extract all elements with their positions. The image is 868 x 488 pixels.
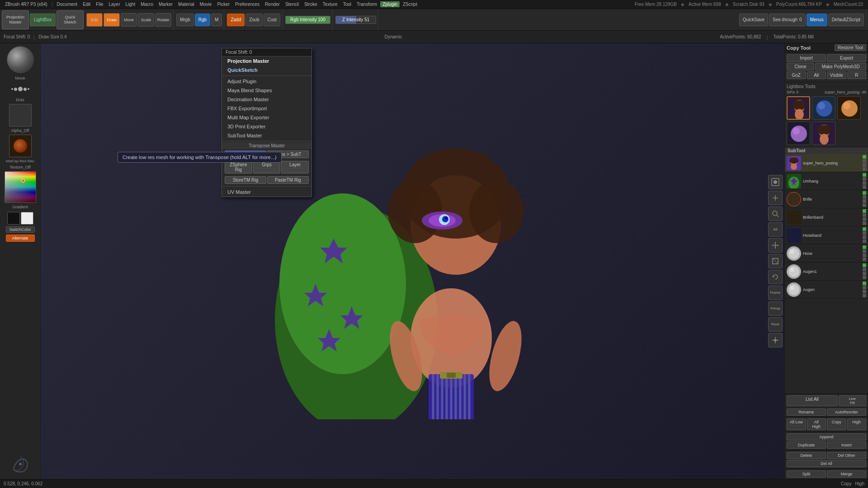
duplicate-button[interactable]: Duplicate	[787, 441, 826, 449]
menu-document[interactable]: Document	[55, 1, 80, 7]
draw-button[interactable]: Draw	[104, 13, 120, 27]
scale-side-button[interactable]	[768, 254, 783, 268]
del-all-button[interactable]: Del All	[787, 460, 866, 467]
menu-zplugin[interactable]: Zplugin	[380, 1, 400, 7]
floor-button[interactable]: Floor	[768, 317, 783, 332]
see-through-button[interactable]: See-through 0	[769, 14, 806, 26]
restore-tool-button[interactable]: Restore Tool	[835, 44, 866, 51]
edit-button[interactable]: Edit	[86, 13, 103, 27]
zoom-button[interactable]	[768, 206, 783, 221]
plugin-quick-sketch[interactable]: QuickSketch	[222, 66, 311, 75]
menu-tool[interactable]: Tool	[341, 1, 354, 7]
menu-texture[interactable]: Texture	[321, 1, 340, 7]
zadd-button[interactable]: Zadd	[227, 14, 245, 26]
merge-button[interactable]: Merge	[827, 470, 866, 478]
lightbox-side-button[interactable]	[768, 175, 783, 189]
subtool-item-hose[interactable]: Hose	[785, 244, 868, 263]
plugin-fbx-export[interactable]: FBX ExportImport	[222, 104, 311, 113]
copy-right-button[interactable]: Copy	[827, 418, 846, 430]
brush-thumb-alpha[interactable]	[812, 96, 835, 120]
lightbox-button[interactable]: LightBox	[30, 14, 56, 26]
all-low-button[interactable]: All Low	[787, 418, 806, 430]
plugin-decimation-master[interactable]: Decimation Master	[222, 95, 311, 104]
tpose-subt-button[interactable]: TPos > SubT	[267, 150, 309, 158]
zsub-button[interactable]: Zsub	[245, 14, 263, 26]
subtool-item-brille[interactable]: Brille	[785, 190, 868, 208]
plugin-3d-print[interactable]: 3D Print Exporter	[222, 122, 311, 131]
subtool-item-augen[interactable]: Augen	[785, 281, 868, 299]
persp-button[interactable]: Persp	[768, 301, 783, 316]
subtool-item-brillenband[interactable]: Brillenband	[785, 208, 868, 226]
plugin-multi-map-exporter[interactable]: Multi Map Exporter	[222, 113, 311, 122]
menu-zbrush[interactable]: ZBrush 4R7 P3 (x64)	[3, 1, 50, 7]
rotate-button[interactable]: Rotate	[155, 13, 171, 27]
quick-sketch-button[interactable]: QuickSketch	[57, 10, 84, 29]
list-all-button[interactable]: List All	[787, 395, 838, 406]
snap-button[interactable]	[768, 333, 783, 347]
export-button[interactable]: Export	[827, 54, 866, 62]
plugin-maya-blend-shapes[interactable]: Maya Blend Shapes	[222, 86, 311, 95]
rename-button[interactable]: Rename	[787, 408, 826, 416]
all-button-right[interactable]: All	[807, 71, 826, 79]
z-intensity-slider[interactable]: Z Intensity 51	[335, 16, 376, 24]
del-other-button[interactable]: Del Other	[827, 452, 866, 459]
menu-render[interactable]: Render	[263, 1, 282, 7]
menu-marker[interactable]: Marker	[156, 1, 175, 7]
menu-movie[interactable]: Movie	[198, 1, 214, 7]
brush-thumb-hero2[interactable]	[812, 122, 835, 145]
color-picker[interactable]	[5, 171, 36, 203]
high-button[interactable]: High	[847, 418, 867, 430]
m-button[interactable]: M	[211, 14, 222, 26]
menu-material[interactable]: Material	[176, 1, 197, 7]
append-button[interactable]: Append	[787, 433, 866, 441]
zsphere-rig-button[interactable]: ZSphere Rig	[225, 161, 252, 174]
menu-stencil[interactable]: Stencil	[283, 1, 301, 7]
import-button[interactable]: Import	[787, 54, 826, 62]
r-button[interactable]: R	[847, 71, 867, 79]
subtool-item-augen1[interactable]: Augen1	[785, 263, 868, 281]
layer-button[interactable]: Layer	[281, 161, 309, 174]
plugin-projection-master[interactable]: Projection Master	[222, 56, 311, 66]
scroll-button[interactable]	[768, 191, 783, 205]
menu-zscript[interactable]: ZScript	[401, 1, 420, 7]
dot-brush-preview[interactable]	[7, 82, 34, 96]
texture-preview[interactable]	[9, 135, 32, 157]
tpose-mesh-button[interactable]: TPoseMesh	[225, 150, 266, 158]
menus-button[interactable]: Menus	[807, 14, 827, 26]
mrgb-button[interactable]: Mrgb	[176, 14, 194, 26]
split-button[interactable]: Split	[787, 470, 826, 478]
menu-edit[interactable]: Edit	[80, 1, 93, 7]
visible-button[interactable]: Visible	[827, 71, 846, 79]
frame-button[interactable]: Frame	[768, 286, 783, 300]
delete-button[interactable]: Delete	[787, 452, 826, 459]
alternate-button[interactable]: Alternate	[6, 235, 35, 242]
menu-preferences[interactable]: Preferences	[233, 1, 262, 7]
clone-button[interactable]: Clone	[787, 63, 814, 70]
all-button[interactable]: All	[768, 222, 783, 237]
subtool-item-umhang[interactable]: Umhang	[785, 172, 868, 190]
menu-file[interactable]: File	[94, 1, 105, 7]
make-polymesh3d-button[interactable]: Make PolyMesh3D	[815, 63, 866, 70]
insert-button[interactable]: Insert	[827, 441, 866, 449]
auto-reorder-button[interactable]: AutoReorder	[827, 408, 866, 416]
grps-button[interactable]: Grps	[253, 161, 281, 174]
goz-button[interactable]: GoZ	[787, 71, 806, 79]
rgb-intensity-slider[interactable]: Rgb Intensity 100	[285, 16, 330, 24]
cust-button[interactable]: Cust	[264, 14, 280, 26]
menu-layer[interactable]: Layer	[106, 1, 122, 7]
menu-picker[interactable]: Picker	[215, 1, 232, 7]
brush-thumb-eraser[interactable]	[787, 122, 810, 145]
line-fill-button[interactable]: LineFill	[839, 395, 866, 406]
move-toolbar-button[interactable]: Move	[121, 13, 137, 27]
white-swatch[interactable]	[21, 212, 33, 225]
rgb-button[interactable]: Rgb	[195, 14, 210, 26]
brush-thumb-hero[interactable]	[787, 96, 810, 120]
plugin-adjust-plugin[interactable]: Adjust Plugin	[222, 77, 311, 86]
switch-color-button[interactable]: SwitchColor	[6, 226, 35, 233]
paste-tm-rig-button[interactable]: PasteTM Rig	[267, 176, 309, 184]
brush-sphere-preview[interactable]	[7, 46, 34, 73]
subtool-item-hoseband[interactable]: Hoseband	[785, 226, 868, 244]
menu-transform[interactable]: Transform	[354, 1, 379, 7]
plugin-subtool-master[interactable]: SubTool Master	[222, 131, 311, 140]
brush-thumb-simple[interactable]	[837, 96, 861, 120]
